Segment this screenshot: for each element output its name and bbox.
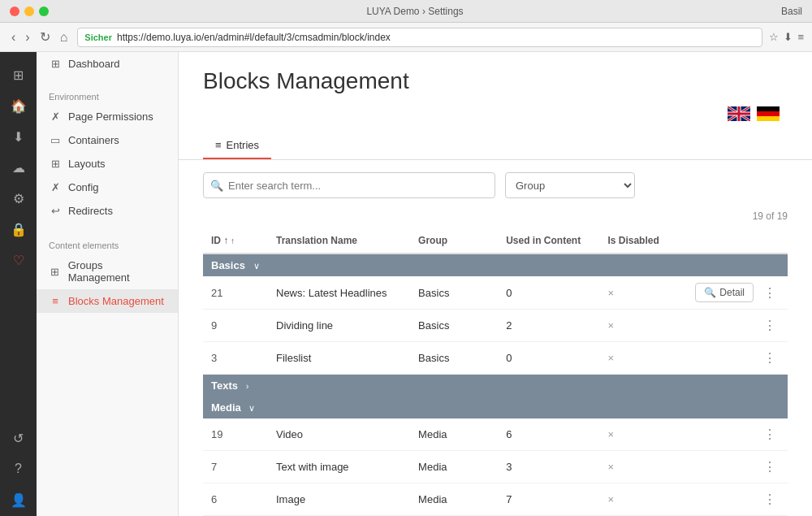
cell-used: 0 — [498, 342, 599, 375]
cell-actions: ⋮ — [676, 342, 788, 375]
nav-item-page-permissions[interactable]: ✗ Page Permissions — [37, 105, 178, 128]
blocks-management-icon: ≡ — [49, 295, 62, 307]
nav-item-groups-management-label: Groups Management — [68, 259, 166, 284]
cell-group: Basics — [410, 310, 498, 342]
cell-id: 7 — [203, 451, 268, 483]
more-options-button[interactable]: ⋮ — [760, 490, 780, 509]
sidebar-icon-help[interactable]: ? — [4, 454, 33, 483]
nav-section-title-env: Environment — [37, 82, 178, 105]
page-title: Blocks Management — [203, 68, 788, 94]
sidebar-icon-refresh[interactable]: ↺ — [4, 423, 33, 453]
cell-id: 3 — [203, 342, 268, 375]
cell-used: 3 — [498, 451, 599, 483]
flag-germany[interactable] — [757, 106, 780, 121]
groups-management-icon: ⊞ — [49, 266, 62, 278]
more-options-button[interactable]: ⋮ — [760, 284, 780, 302]
nav-item-blocks-management-label: Blocks Management — [68, 295, 164, 307]
back-button[interactable]: ‹ — [8, 28, 19, 46]
sidebar-icon-cloud[interactable]: ☁ — [4, 153, 33, 182]
group-row-cell[interactable]: Basics ∨ — [203, 254, 788, 276]
secure-badge: Sicher — [84, 33, 112, 42]
menu-button[interactable]: ≡ — [797, 31, 804, 43]
group-row[interactable]: Texts › — [203, 375, 788, 397]
group-row[interactable]: Basics ∨ — [203, 254, 788, 276]
group-row[interactable]: Media ∨ — [203, 397, 788, 418]
table-container: ID ↑ Translation Name Group Used in Cont… — [179, 228, 812, 516]
group-select[interactable]: Group Basics Texts Media Bootstrap 3 Dev… — [505, 172, 635, 198]
sidebar-icon-user[interactable]: 👤 — [4, 485, 33, 514]
sidebar-icon-heart[interactable]: ♡ — [4, 245, 33, 275]
sidebar-icon-download[interactable]: ⬇ — [4, 122, 33, 151]
record-count-text: 19 of 19 — [753, 210, 788, 222]
entries-tab-icon: ≡ — [215, 139, 222, 151]
refresh-button[interactable]: ↻ — [37, 28, 54, 46]
nav-item-blocks-management[interactable]: ≡ Blocks Management — [37, 289, 178, 313]
browser-nav-buttons: ‹ › ↻ ⌂ — [8, 28, 71, 46]
maximize-button[interactable] — [39, 7, 49, 16]
search-box: 🔍 — [203, 172, 495, 198]
nav-item-containers-label: Containers — [68, 134, 119, 146]
address-bar[interactable]: Sicher https://demo.luya.io/en/admin#l/d… — [77, 28, 762, 47]
sidebar-icon-home[interactable]: 🏠 — [4, 91, 33, 120]
sidebar-icon-settings[interactable]: ⚙ — [4, 184, 33, 213]
more-options-button[interactable]: ⋮ — [760, 316, 780, 335]
bookmark-button[interactable]: ☆ — [769, 31, 779, 43]
close-button[interactable] — [10, 7, 19, 16]
flag-uk[interactable] — [728, 106, 750, 121]
forward-button[interactable]: › — [22, 28, 32, 46]
sidebar-icon-grid[interactable]: ⊞ — [4, 60, 33, 89]
group-row-cell[interactable]: Texts › — [203, 375, 788, 397]
col-header-group: Group — [410, 228, 498, 254]
cell-name: Fileslist — [268, 342, 410, 375]
entries-tab-label: Entries — [227, 139, 259, 151]
main-header: Blocks Management — [179, 52, 812, 132]
col-header-id[interactable]: ID ↑ — [203, 228, 268, 254]
nav-item-config-label: Config — [68, 181, 99, 193]
col-header-actions — [676, 228, 788, 254]
cell-disabled: × — [599, 276, 675, 310]
cell-name: Image — [268, 483, 410, 516]
nav-item-containers[interactable]: ▭ Containers — [37, 128, 178, 152]
blocks-table: ID ↑ Translation Name Group Used in Cont… — [203, 228, 788, 516]
table-body: Basics ∨ 21 News: Latest Headlines Basic… — [203, 254, 788, 516]
nav-item-redirects[interactable]: ↩ Redirects — [37, 199, 178, 223]
detail-button[interactable]: 🔍 Detail — [695, 283, 754, 302]
toolbar: 🔍 Group Basics Texts Media Bootstrap 3 D… — [179, 160, 812, 210]
more-options-button[interactable]: ⋮ — [760, 457, 780, 476]
window-buttons — [10, 7, 49, 16]
download-button[interactable]: ⬇ — [784, 31, 793, 43]
cell-id: 9 — [203, 310, 268, 342]
nav-item-config[interactable]: ✗ Config — [37, 176, 178, 199]
more-options-button[interactable]: ⋮ — [760, 425, 780, 444]
sidebar-icons: ⊞ 🏠 ⬇ ☁ ⚙ 🔒 ♡ ↺ ? 👤 — [0, 52, 37, 516]
cell-group: Basics — [410, 342, 498, 375]
sidebar-icon-lock[interactable]: 🔒 — [4, 215, 33, 244]
nav-item-dashboard[interactable]: ⊞ Dashboard — [37, 52, 178, 76]
cell-used: 2 — [498, 310, 599, 342]
nav-item-page-permissions-label: Page Permissions — [68, 111, 153, 123]
cell-disabled: × — [599, 310, 675, 342]
cell-disabled: × — [599, 483, 675, 516]
group-row-cell[interactable]: Media ∨ — [203, 397, 788, 418]
table-row: 19 Video Media 6 × ⋮ — [203, 418, 788, 451]
nav-item-dashboard-label: Dashboard — [68, 58, 120, 70]
search-icon: 🔍 — [210, 180, 223, 192]
search-input[interactable] — [228, 180, 488, 192]
nav-item-groups-management[interactable]: ⊞ Groups Management — [37, 254, 178, 289]
col-header-used-in-content: Used in Content — [498, 228, 599, 254]
nav-item-layouts[interactable]: ⊞ Layouts — [37, 152, 178, 176]
cell-actions: 🔍 Detail ⋮ — [676, 276, 788, 310]
more-options-button[interactable]: ⋮ — [760, 349, 780, 367]
url-text: https://demo.luya.io/en/admin#l/default/… — [117, 32, 391, 43]
tab-entries[interactable]: ≡ Entries — [203, 132, 271, 159]
svg-rect-1 — [757, 106, 780, 111]
browser-actions: ☆ ⬇ ≡ — [769, 31, 804, 43]
home-button[interactable]: ⌂ — [57, 28, 71, 46]
cell-group: Media — [410, 451, 498, 483]
cell-id: 19 — [203, 418, 268, 451]
minimize-button[interactable] — [24, 7, 34, 16]
svg-rect-2 — [757, 111, 780, 116]
containers-icon: ▭ — [49, 134, 62, 146]
layouts-icon: ⊞ — [49, 158, 62, 170]
cell-name: Video — [268, 418, 410, 451]
